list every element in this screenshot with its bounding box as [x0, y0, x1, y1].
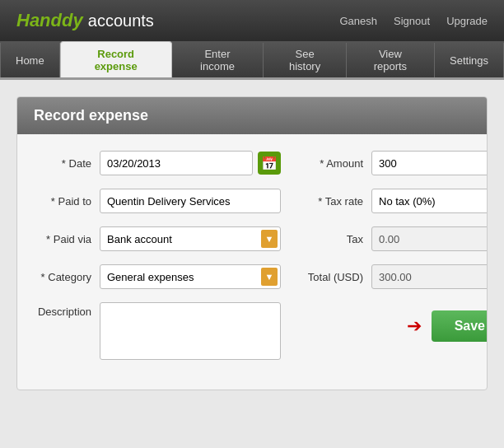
form-left: * Date 📅 * Paid to * Paid via	[34, 151, 281, 373]
tax-rate-wrapper: No tax (0%) 5% 10% 15% 20% ▼	[371, 189, 488, 213]
header-nav: Ganesh Signout Upgrade	[339, 15, 488, 27]
paid-via-label: * Paid via	[34, 233, 100, 245]
category-select[interactable]: General expenses Travel Meals	[100, 264, 281, 289]
total-row: Total (USD)	[297, 264, 488, 289]
total-value	[371, 264, 488, 289]
amount-label: * Amount	[297, 157, 371, 170]
nav-tabs: Home Record expense Enter income See his…	[0, 41, 504, 80]
paid-via-select[interactable]: Bank account Cash Credit card	[100, 226, 281, 251]
save-button[interactable]: Save	[432, 310, 488, 342]
tax-value	[371, 226, 488, 251]
tax-rate-label: * Tax rate	[297, 195, 371, 208]
description-label: Description	[34, 302, 100, 318]
date-row: * Date 📅	[34, 151, 281, 175]
header: Handdy accounts Ganesh Signout Upgrade	[0, 0, 504, 41]
paid-to-label: * Paid to	[34, 195, 100, 208]
paid-to-row: * Paid to	[34, 189, 281, 213]
tab-view-reports[interactable]: View reports	[347, 43, 435, 77]
paid-to-input[interactable]	[100, 189, 281, 213]
tab-see-history[interactable]: See history	[264, 43, 346, 77]
content-area: Record expense * Date 📅 * Paid to	[0, 80, 504, 407]
form-card: Record expense * Date 📅 * Paid to	[16, 96, 488, 390]
header-upgrade[interactable]: Upgrade	[446, 15, 488, 27]
tab-record-expense[interactable]: Record expense	[60, 41, 172, 77]
date-wrapper: 📅	[100, 151, 281, 175]
logo-accounts: accounts	[88, 12, 154, 30]
total-label: Total (USD)	[297, 271, 371, 283]
logo: Handdy accounts	[16, 10, 154, 31]
date-input[interactable]	[100, 151, 253, 175]
tax-rate-select[interactable]: No tax (0%) 5% 10% 15% 20%	[371, 189, 488, 213]
description-row: Description	[34, 302, 281, 360]
form-right: * Amount * Tax rate No tax (0%) 5% 10% 1…	[297, 151, 488, 373]
logo-handy: Handdy	[16, 10, 83, 30]
paid-via-wrapper: Bank account Cash Credit card ▼	[100, 226, 281, 251]
calendar-icon[interactable]: 📅	[258, 152, 281, 175]
tab-home[interactable]: Home	[0, 43, 60, 77]
category-row: * Category General expenses Travel Meals…	[34, 264, 281, 289]
paid-via-row: * Paid via Bank account Cash Credit card…	[34, 226, 281, 251]
amount-row: * Amount	[297, 151, 488, 175]
description-input[interactable]	[100, 302, 281, 360]
header-signout[interactable]: Signout	[394, 15, 430, 27]
save-section: ➔ Save	[297, 302, 488, 358]
form-body: * Date 📅 * Paid to * Paid via	[17, 134, 487, 390]
date-label: * Date	[34, 157, 100, 170]
arrow-right-icon: ➔	[407, 315, 422, 337]
tax-rate-row: * Tax rate No tax (0%) 5% 10% 15% 20% ▼	[297, 189, 488, 213]
form-title: Record expense	[17, 97, 487, 134]
tax-row: Tax	[297, 226, 488, 251]
tax-label: Tax	[297, 233, 371, 245]
header-user[interactable]: Ganesh	[339, 15, 377, 27]
tab-settings[interactable]: Settings	[435, 43, 504, 77]
tab-enter-income[interactable]: Enter income	[172, 43, 264, 77]
category-label: * Category	[34, 271, 100, 283]
category-wrapper: General expenses Travel Meals ▼	[100, 264, 281, 289]
date-required: *	[62, 157, 69, 170]
amount-input[interactable]	[371, 151, 488, 175]
